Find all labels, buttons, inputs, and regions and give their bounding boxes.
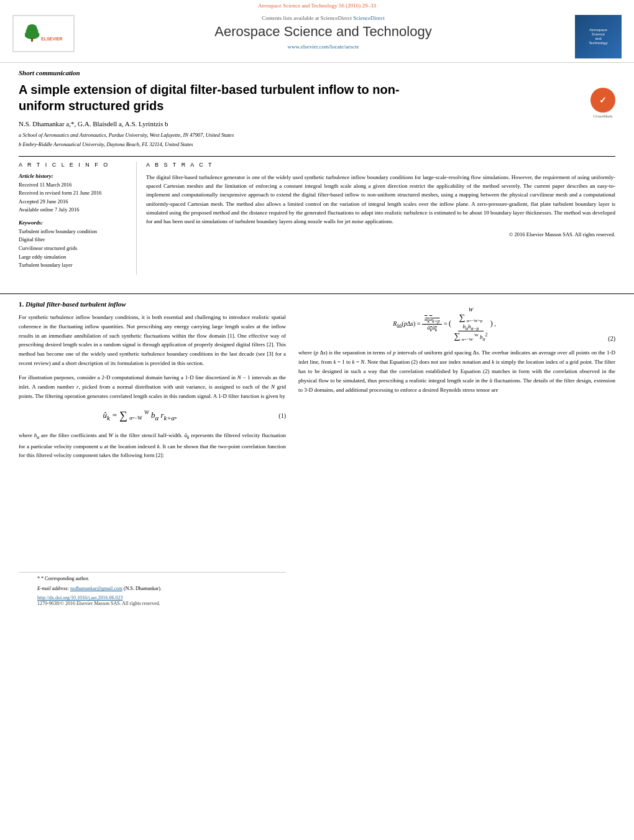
journal-logo-area: AerospaceScienceandTechnology <box>566 15 622 58</box>
article-info-column: A R T I C L E I N F O Article history: R… <box>19 162 137 275</box>
crossmark-label: CrossMark <box>590 114 615 119</box>
keyword-5: Turbulent boundary layer <box>19 261 127 270</box>
doi-anchor[interactable]: http://dx.doi.org/10.1016/j.ast.2016.06.… <box>37 595 122 601</box>
crossmark-icon: ✓ <box>590 88 615 113</box>
eq2-open-paren: ( <box>449 319 451 328</box>
affiliation-a: a School of Aeronautics and Astronautics… <box>19 131 578 139</box>
keywords-title: Keywords: <box>19 219 127 226</box>
sciencedirect-link[interactable]: ScienceDirect <box>353 15 384 21</box>
article-type: Short communication <box>19 69 615 76</box>
affiliations: a School of Aeronautics and Astronautics… <box>19 131 578 149</box>
equation-2-area: Rûû(pΔs) = ûkûk+p ûkûk = ( W <box>298 307 615 342</box>
received-revised-date: Received in revised form 21 June 2016 <box>19 189 127 198</box>
text-after-eq1: where bα are the filter coefficients and… <box>19 431 286 460</box>
article-content: Short communication A simple extension o… <box>0 63 634 287</box>
equation-1-content: ûk = ∑ α=−W W bα rk+α, <box>19 409 261 422</box>
footnote-corresponding: * * Corresponding author. <box>37 575 267 583</box>
affiliation-b: b Embry-Riddle Aeronautical University, … <box>19 141 578 149</box>
eq2-denominator: ûkûk <box>425 325 439 333</box>
authors: N.S. Dhamankar a,*, G.A. Blaisdell a, A.… <box>19 120 578 127</box>
eq2-fraction-main: ûkûk+p ûkûk <box>422 316 442 333</box>
eq2-inner-fraction-1: W ∑ α=−W+p bαbα−p ∑ α=−W W bα2 <box>453 307 489 342</box>
page: Aerospace Science and Technology 56 (201… <box>0 0 634 840</box>
footnote-corresponding-text: * Corresponding author. <box>41 576 90 581</box>
keyword-1: Turbulent inflow boundary condition <box>19 228 127 236</box>
footnote-email: E-mail address: nsdhamankar@gmail.com (N… <box>37 585 267 593</box>
section-1-heading: 1. Digital filter-based turbulent inflow <box>19 300 286 308</box>
journal-url: www.elsevier.com/locate/aescte <box>87 44 559 50</box>
article-info-abstract-section: A R T I C L E I N F O Article history: R… <box>19 156 615 275</box>
footnotes-section: * * Corresponding author. E-mail address… <box>19 572 286 593</box>
abstract-label: A B S T R A C T <box>146 162 615 168</box>
elsevier-tree-icon: ELSEVIER <box>25 23 62 45</box>
received-date: Received 11 March 2016 <box>19 181 127 190</box>
body-left-column: 1. Digital filter-based turbulent inflow… <box>19 300 286 609</box>
section-1-number: 1. <box>19 300 24 308</box>
article-history: Received 11 March 2016 Received in revis… <box>19 181 127 215</box>
article-info-label: A R T I C L E I N F O <box>19 162 127 168</box>
equation-2-number: (2) <box>590 335 615 342</box>
footnote-email-link[interactable]: nsdhamankar@gmail.com <box>70 586 122 591</box>
eq2-inner-num-1: W ∑ α=−W+p bαbα−p <box>458 307 484 332</box>
body-content: 1. Digital filter-based turbulent inflow… <box>0 300 634 609</box>
journal-header-center: Contents lists available at ScienceDirec… <box>81 15 566 50</box>
journal-url-link[interactable]: www.elsevier.com/locate/aescte <box>288 44 359 50</box>
journal-logo-text: AerospaceScienceandTechnology <box>589 28 607 46</box>
svg-text:ELSEVIER: ELSEVIER <box>41 37 62 41</box>
eq1-lower-limit: α=−W <box>129 416 142 422</box>
elsevier-logo-area: ELSEVIER <box>12 15 81 52</box>
elsevier-logo: ELSEVIER <box>12 15 75 52</box>
eq2-close-paren: ) <box>490 319 493 328</box>
copyright: © 2016 Elsevier Masson SAS. All rights r… <box>146 231 615 238</box>
doi-link: http://dx.doi.org/10.1016/j.ast.2016.06.… <box>37 595 267 601</box>
section-1-para-1: For synthetic turbulence inflow boundary… <box>19 313 286 368</box>
footnote-email-label: E-mail address: <box>37 586 70 591</box>
section-1-title: Digital filter-based turbulent inflow <box>25 300 126 308</box>
keywords-list: Turbulent inflow boundary condition Digi… <box>19 228 127 270</box>
journal-header: ELSEVIER Contents lists available at Sci… <box>0 10 634 63</box>
equation-1-number: (1) <box>261 412 286 419</box>
journal-title: Aerospace Science and Technology <box>87 24 559 40</box>
eq1-lhs: ûk = <box>103 410 119 420</box>
issn-text: 1270-9638/© 2016 Elsevier Masson SAS. Al… <box>37 601 267 606</box>
equation-1-area: ûk = ∑ α=−W W bα rk+α, (1) <box>19 407 286 425</box>
sciencedirect-line: Contents lists available at ScienceDirec… <box>87 15 559 21</box>
section-divider <box>0 293 634 294</box>
body-right-column: Rûû(pΔs) = ûkûk+p ûkûk = ( W <box>298 300 615 609</box>
section-1-para-2: For illustration purposes, consider a 2-… <box>19 373 286 401</box>
journal-logo: AerospaceScienceandTechnology <box>575 15 622 58</box>
accepted-date: Accepted 29 June 2016 <box>19 198 127 206</box>
abstract-column: A B S T R A C T The digital filter-based… <box>137 162 615 275</box>
keyword-2: Digital filter <box>19 236 127 244</box>
eq1-sum-symbol: ∑ <box>119 409 127 422</box>
svg-point-3 <box>25 30 40 39</box>
keyword-3: Curvilinear structured grids <box>19 244 127 253</box>
eq2-numerator: ûkûk+p <box>422 316 442 325</box>
citation-text: Aerospace Science and Technology 56 (201… <box>258 2 376 9</box>
abstract-text: The digital filter-based turbulence gene… <box>146 173 615 226</box>
top-citation-bar: Aerospace Science and Technology 56 (201… <box>0 0 634 10</box>
eq2-inner-den-1: ∑ α=−W W bα2 <box>453 331 489 342</box>
bottom-doi: http://dx.doi.org/10.1016/j.ast.2016.06.… <box>19 593 286 609</box>
svg-rect-4 <box>31 38 33 42</box>
keyword-4: Large eddy simulation <box>19 253 127 262</box>
article-title: A simple extension of digital filter-bas… <box>19 81 441 114</box>
footnote-email-name: (N.S. Dhamankar). <box>124 586 162 591</box>
equation-2-content: Rûû(pΔs) = ûkûk+p ûkûk = ( W <box>298 307 590 342</box>
available-online-date: Available online 7 July 2016 <box>19 206 127 215</box>
article-history-title: Article history: <box>19 173 127 179</box>
eq1-rhs: bα rk+α, <box>151 410 177 420</box>
text-after-eq2: where (p Δs) is the separation in terms … <box>298 348 615 394</box>
eq1-upper-limit: W <box>144 410 149 416</box>
